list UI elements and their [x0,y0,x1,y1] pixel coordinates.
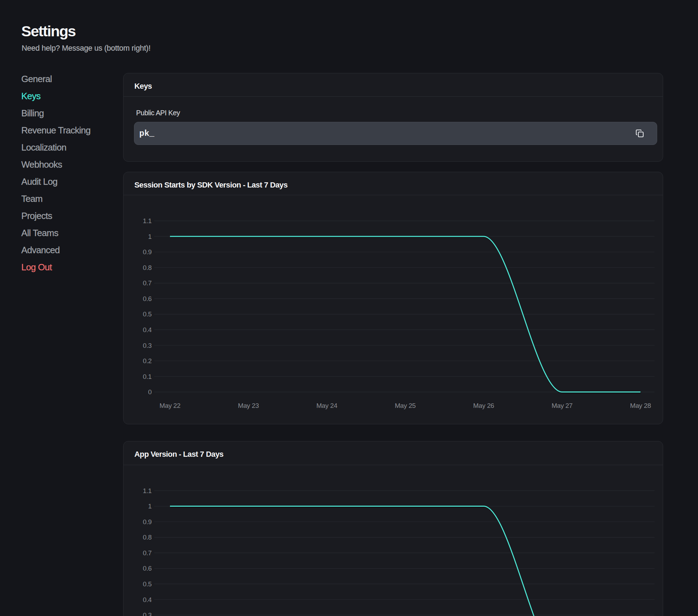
svg-text:0.5: 0.5 [143,580,151,588]
svg-text:May 24: May 24 [316,402,337,409]
svg-text:0.4: 0.4 [143,326,152,333]
svg-text:0.2: 0.2 [143,357,151,365]
svg-text:May 26: May 26 [473,402,494,409]
svg-text:0.1: 0.1 [143,373,151,380]
svg-text:1: 1 [148,233,151,240]
svg-text:0.7: 0.7 [143,279,151,287]
svg-text:1.1: 1.1 [143,487,151,494]
svg-text:0: 0 [148,388,151,396]
svg-text:May 22: May 22 [159,402,180,409]
svg-text:May 27: May 27 [552,402,573,409]
svg-text:May 28: May 28 [630,402,651,409]
svg-text:0.6: 0.6 [143,295,151,302]
svg-text:0.9: 0.9 [143,518,151,526]
svg-text:0.8: 0.8 [143,534,151,541]
svg-text:1: 1 [148,503,151,510]
svg-text:0.9: 0.9 [143,248,151,256]
svg-text:May 23: May 23 [238,402,259,409]
svg-text:0.4: 0.4 [143,596,152,603]
svg-text:0.7: 0.7 [143,549,151,557]
svg-text:0.3: 0.3 [143,611,151,616]
svg-text:0.6: 0.6 [143,565,151,572]
svg-text:0.5: 0.5 [143,310,151,318]
svg-text:0.8: 0.8 [143,264,151,271]
svg-text:1.1: 1.1 [143,217,151,225]
svg-text:0.3: 0.3 [143,342,151,349]
svg-text:May 25: May 25 [395,402,416,409]
